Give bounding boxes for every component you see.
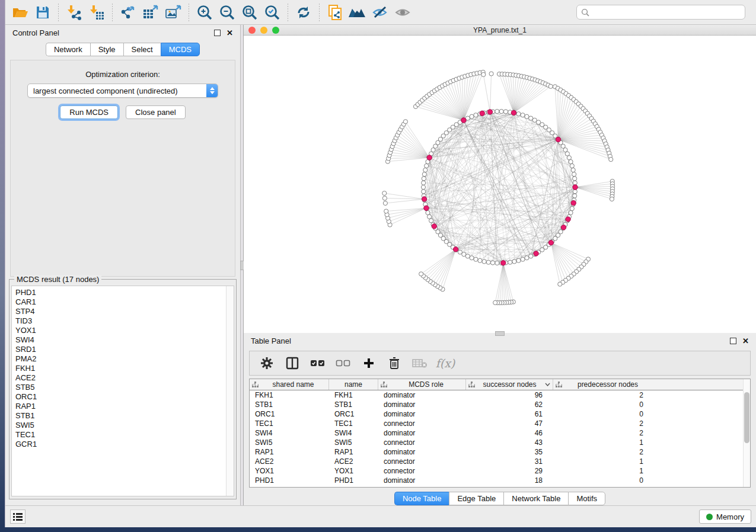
mcds-result-item[interactable]: GCR1 (15, 440, 226, 449)
select-all-icon (310, 359, 326, 367)
column-header-MCDS-role[interactable]: MCDS role (378, 379, 466, 390)
mcds-result-item[interactable]: TEC1 (15, 430, 226, 440)
mcds-result-item[interactable]: RAP1 (15, 402, 226, 411)
import-network-button[interactable] (63, 2, 85, 23)
memory-status-icon (706, 514, 713, 520)
column-header-successor-nodes[interactable]: successor nodes (466, 379, 553, 390)
table-row[interactable]: ACE2ACE2connector311 (250, 457, 743, 466)
column-header-name[interactable]: name (329, 379, 378, 390)
toolbar-separator (112, 4, 113, 21)
float-table-panel-button[interactable] (730, 338, 736, 344)
table-cell: 29 (466, 466, 553, 476)
table-cell: dominator (378, 476, 466, 485)
select-all-rows-button[interactable] (308, 353, 328, 373)
column-header-predecessor-nodes[interactable]: predecessor nodes (553, 379, 654, 390)
show-all-button[interactable] (391, 2, 414, 23)
mcds-result-item[interactable]: SWI4 (15, 335, 226, 345)
close-table-panel-button[interactable]: ✕ (742, 337, 749, 345)
horizontal-splitter-grip[interactable] (495, 331, 505, 336)
table-cell: ORC1 (329, 409, 378, 419)
table-scrollbar[interactable] (743, 379, 750, 487)
table-row[interactable]: STB1STB1dominator620 (250, 400, 743, 409)
table-row[interactable]: TEC1TEC1connector472 (250, 419, 743, 428)
mcds-result-item[interactable]: SRD1 (15, 345, 226, 354)
mcds-result-item[interactable]: STP4 (15, 307, 226, 316)
mcds-result-scrollbar[interactable] (226, 286, 234, 496)
zoom-selected-button[interactable] (261, 2, 283, 23)
table-cell: dominator (378, 447, 466, 457)
column-header-shared-name[interactable]: shared name (250, 379, 329, 390)
export-image-button[interactable] (162, 2, 184, 23)
delete-table-button[interactable] (410, 353, 430, 373)
delete-column-button[interactable] (384, 353, 404, 373)
tab-network-table[interactable]: Network Table (503, 492, 568, 505)
mcds-result-item[interactable]: STB5 (15, 383, 226, 392)
table-body: FKH1FKH1dominator962STB1STB1dominator620… (250, 390, 743, 485)
refresh-button[interactable] (292, 2, 315, 23)
table-settings-button[interactable] (257, 353, 277, 373)
memory-button[interactable]: Memory (699, 509, 751, 524)
table-row[interactable]: FKH1FKH1dominator962 (250, 390, 743, 400)
mcds-result-list: PHD1CAR1STP4TID3YOX1SWI4SRD1PMA2FKH1ACE2… (12, 286, 226, 496)
table-scrollbar-thumb[interactable] (744, 392, 749, 443)
window-minimize-icon[interactable] (260, 27, 267, 34)
function-builder-button[interactable]: f(x) (435, 353, 455, 373)
table-row[interactable]: SWI5SWI5connector431 (250, 438, 743, 447)
mcds-result-item[interactable]: YOX1 (15, 326, 226, 335)
table-cell: dominator (378, 428, 466, 438)
first-neighbors-button[interactable] (346, 2, 369, 23)
mcds-result-item[interactable]: ACE2 (15, 373, 226, 383)
close-panel-button[interactable]: ✕ (227, 29, 233, 37)
tab-style[interactable]: Style (90, 43, 123, 56)
deselect-all-rows-button[interactable] (333, 353, 353, 373)
criterion-select[interactable]: largest connected component (undirected) (27, 84, 218, 98)
mcds-result-item[interactable]: TID3 (15, 316, 226, 326)
close-panel-button-mcds[interactable]: Close panel (126, 105, 186, 119)
tab-node-table[interactable]: Node Table (394, 492, 449, 505)
window-maximize-icon[interactable] (272, 27, 279, 34)
import-table-button[interactable] (85, 2, 108, 23)
hide-selected-button[interactable] (369, 2, 391, 23)
zoom-in-button[interactable] (193, 2, 216, 23)
table-row[interactable]: SWI4SWI4dominator462 (250, 428, 743, 438)
export-network-button[interactable] (117, 2, 139, 23)
mcds-result-item[interactable]: PHD1 (15, 288, 226, 297)
tab-mcds[interactable]: MCDS (161, 43, 200, 56)
open-button[interactable] (9, 2, 31, 23)
add-column-button[interactable] (359, 353, 379, 373)
show-columns-button[interactable] (282, 353, 302, 373)
mcds-result-item[interactable]: PMA2 (15, 354, 226, 364)
tab-network[interactable]: Network (46, 43, 90, 56)
main-area: Control Panel ✕ NetworkStyleSelectMCDS O… (5, 25, 756, 505)
mcds-result-title: MCDS result (17 nodes) (14, 275, 101, 284)
mcds-result-item[interactable]: ORC1 (15, 392, 226, 402)
table-row[interactable]: RAP1RAP1dominator352 (250, 447, 743, 457)
task-history-button[interactable] (10, 509, 25, 524)
tab-select[interactable]: Select (123, 43, 161, 56)
table-row[interactable]: PHD1PHD1dominator180 (250, 476, 743, 485)
window-close-icon[interactable] (248, 27, 256, 34)
run-mcds-button[interactable]: Run MCDS (60, 105, 118, 119)
search-input[interactable] (592, 8, 741, 17)
mcds-result-item[interactable]: STB1 (15, 411, 226, 421)
table-cell: YOX1 (329, 466, 378, 476)
float-panel-button[interactable] (214, 30, 221, 36)
table-cell: connector (378, 457, 466, 466)
table-cell: 2 (553, 390, 654, 400)
mcds-result-item[interactable]: CAR1 (15, 297, 226, 307)
mcds-result-item[interactable]: FKH1 (15, 364, 226, 373)
export-table-button[interactable] (139, 2, 162, 23)
zoom-fit-button[interactable] (238, 2, 261, 23)
tab-edge-table[interactable]: Edge Table (449, 492, 503, 505)
tab-motifs[interactable]: Motifs (568, 492, 605, 505)
right-side: YPA_prune.txt_1 Table Panel ✕ (244, 25, 756, 505)
table-cell: 96 (466, 390, 553, 400)
new-network-from-selection-button[interactable] (324, 2, 346, 23)
table-row[interactable]: ORC1ORC1dominator610 (250, 409, 743, 419)
import-table-icon (89, 5, 104, 20)
table-row[interactable]: YOX1YOX1connector291 (250, 466, 743, 476)
zoom-out-button[interactable] (216, 2, 238, 23)
mcds-result-item[interactable]: SWI5 (15, 421, 226, 430)
save-button[interactable] (31, 2, 54, 23)
network-graph[interactable] (244, 36, 756, 333)
